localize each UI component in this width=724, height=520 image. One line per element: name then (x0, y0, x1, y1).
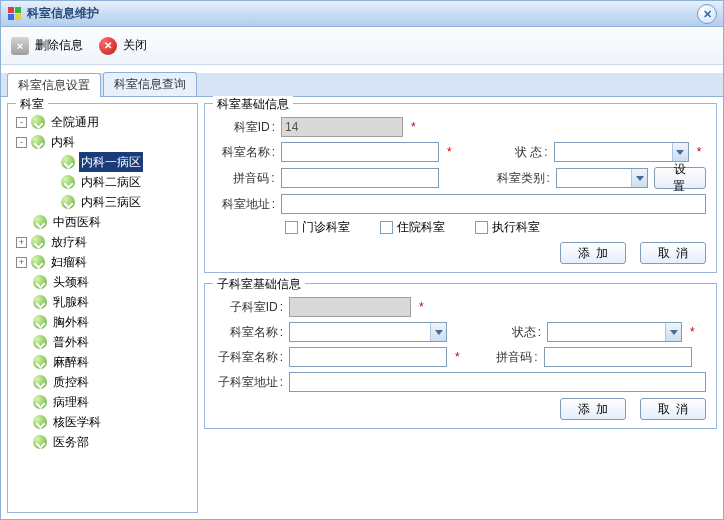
basic-legend: 科室基础信息 (213, 96, 293, 113)
tree-node[interactable]: 内科三病区 (12, 192, 193, 212)
basic-info-group: 科室基础信息 科室ID * 科室名称 * 状 态 * 拼音码 (204, 103, 717, 273)
folder-icon (33, 355, 47, 369)
exec-checkbox[interactable]: 执行科室 (475, 219, 540, 236)
required-mark: * (419, 300, 424, 314)
tree-node[interactable]: -全院通用 (12, 112, 193, 132)
dept-name-input[interactable] (281, 142, 439, 162)
dept-type-label: 科室类别 (480, 170, 549, 187)
tree-label: 放疗科 (49, 232, 89, 252)
folder-icon (33, 295, 47, 309)
tree-node[interactable]: 中西医科 (12, 212, 193, 232)
outpatient-checkbox[interactable]: 门诊科室 (285, 219, 350, 236)
window: 科室信息维护 ✕ × 删除信息 ✕ 关闭 科室信息设置 科室信息查询 科室 -全… (0, 0, 724, 520)
tree-legend: 科室 (16, 96, 48, 113)
tree-toggle[interactable]: - (16, 137, 27, 148)
folder-icon (33, 315, 47, 329)
sub-info-group: 子科室基础信息 子科室ID * 科室名称 状态 * 子科室名称 (204, 283, 717, 429)
tree-node[interactable]: 胸外科 (12, 312, 193, 332)
app-icon (7, 7, 21, 21)
tree-label: 内科一病区 (79, 152, 143, 172)
tab-dept-query[interactable]: 科室信息查询 (103, 72, 197, 96)
tree-label: 乳腺科 (51, 292, 91, 312)
required-mark: * (411, 120, 416, 134)
toolbar: × 删除信息 ✕ 关闭 (1, 27, 723, 65)
chevron-down-icon (665, 323, 681, 341)
chevron-down-icon (430, 323, 446, 341)
folder-icon (33, 275, 47, 289)
sub-subname-input[interactable] (289, 347, 447, 367)
tree-toggle[interactable]: + (16, 237, 27, 248)
status-label: 状 态 (478, 144, 548, 161)
dept-id-input (281, 117, 403, 137)
tree-node[interactable]: -内科 (12, 132, 193, 152)
sub-add-button[interactable]: 添加 (560, 398, 626, 420)
tree-node[interactable]: 质控科 (12, 372, 193, 392)
tree-label: 医务部 (51, 432, 91, 452)
dept-id-label: 科室ID (215, 119, 275, 136)
chevron-down-icon (672, 143, 688, 161)
dept-tree-panel: 科室 -全院通用-内科内科一病区内科二病区内科三病区中西医科+放疗科+妇瘤科头颈… (7, 103, 198, 513)
sub-name-select[interactable] (289, 322, 447, 342)
tree-node[interactable]: 头颈科 (12, 272, 193, 292)
tree-node[interactable]: 病理科 (12, 392, 193, 412)
tree-label: 麻醉科 (51, 352, 91, 372)
folder-icon (33, 415, 47, 429)
tree-label: 内科三病区 (79, 192, 143, 212)
right-panel: 科室基础信息 科室ID * 科室名称 * 状 态 * 拼音码 (202, 97, 723, 519)
folder-icon (31, 135, 45, 149)
close-button[interactable]: ✕ 关闭 (99, 37, 147, 55)
tree-node[interactable]: 核医学科 (12, 412, 193, 432)
tree-node[interactable]: +妇瘤科 (12, 252, 193, 272)
basic-cancel-button[interactable]: 取消 (640, 242, 706, 264)
sub-addr-input[interactable] (289, 372, 706, 392)
type-config-button[interactable]: 设置 (654, 167, 706, 189)
tree-node[interactable]: 医务部 (12, 432, 193, 452)
folder-icon (31, 255, 45, 269)
close-label: 关闭 (123, 37, 147, 54)
tree-node[interactable]: 乳腺科 (12, 292, 193, 312)
tree-node[interactable]: 普外科 (12, 332, 193, 352)
folder-icon (31, 115, 45, 129)
tree-node[interactable]: 内科一病区 (12, 152, 193, 172)
folder-icon (33, 215, 47, 229)
sub-legend: 子科室基础信息 (213, 276, 305, 293)
dept-addr-input[interactable] (281, 194, 706, 214)
status-select[interactable] (554, 142, 689, 162)
dept-addr-label: 科室地址 (215, 196, 275, 213)
delete-label: 删除信息 (35, 37, 83, 54)
tree-label: 病理科 (51, 392, 91, 412)
sub-addr-label: 子科室地址 (215, 374, 283, 391)
dept-tree[interactable]: -全院通用-内科内科一病区内科二病区内科三病区中西医科+放疗科+妇瘤科头颈科乳腺… (8, 104, 197, 456)
sub-status-label: 状态 (489, 324, 541, 341)
dept-type-select[interactable] (556, 168, 648, 188)
folder-icon (61, 155, 75, 169)
sub-pinyin-input[interactable] (544, 347, 692, 367)
basic-add-button[interactable]: 添加 (560, 242, 626, 264)
delete-info-button[interactable]: × 删除信息 (11, 37, 83, 55)
window-title: 科室信息维护 (27, 5, 99, 22)
window-close-button[interactable]: ✕ (697, 4, 717, 24)
tree-label: 内科 (49, 132, 77, 152)
tree-label: 中西医科 (51, 212, 103, 232)
tree-label: 质控科 (51, 372, 91, 392)
tree-label: 普外科 (51, 332, 91, 352)
required-mark: * (697, 145, 702, 159)
sub-status-select[interactable] (547, 322, 682, 342)
close-icon: ✕ (99, 37, 117, 55)
tab-dept-settings[interactable]: 科室信息设置 (7, 73, 101, 97)
tree-label: 核医学科 (51, 412, 103, 432)
main-area: 科室 -全院通用-内科内科一病区内科二病区内科三病区中西医科+放疗科+妇瘤科头颈… (1, 97, 723, 519)
folder-icon (33, 435, 47, 449)
inpatient-checkbox[interactable]: 住院科室 (380, 219, 445, 236)
tree-label: 全院通用 (49, 112, 101, 132)
tree-toggle[interactable]: + (16, 257, 27, 268)
tree-node[interactable]: 内科二病区 (12, 172, 193, 192)
tree-toggle[interactable]: - (16, 117, 27, 128)
tree-node[interactable]: 麻醉科 (12, 352, 193, 372)
sub-id-input (289, 297, 411, 317)
tree-node[interactable]: +放疗科 (12, 232, 193, 252)
dept-name-label: 科室名称 (215, 144, 275, 161)
sub-cancel-button[interactable]: 取消 (640, 398, 706, 420)
required-mark: * (455, 350, 460, 364)
pinyin-input[interactable] (281, 168, 439, 188)
